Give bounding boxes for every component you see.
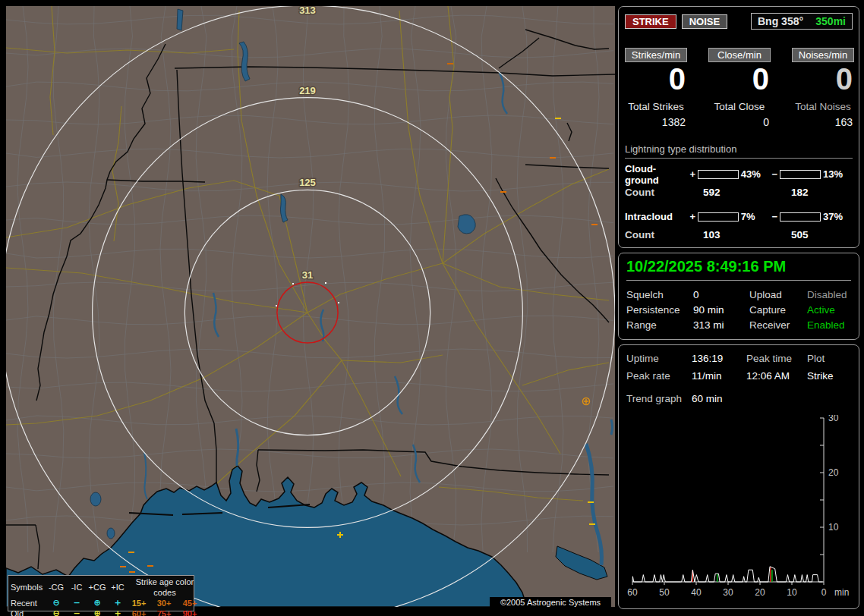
ring-label-219: 219 <box>299 85 316 96</box>
upload-status: Disabled <box>807 288 851 303</box>
squelch-value: 0 <box>693 288 749 303</box>
legend-col-neg-ic: -IC <box>67 582 87 592</box>
recent-pos-ic-icon: + <box>108 598 128 608</box>
range-label: Range <box>626 318 693 333</box>
total-strikes-label: Total Strikes <box>625 101 687 112</box>
cg-count-row: Count 592 182 <box>625 187 853 198</box>
bearing-range-readout: Bng 358° 350mi <box>751 13 853 30</box>
svg-text:min: min <box>834 587 849 598</box>
trend-series-strikes-total <box>632 567 823 582</box>
cg-count-label: Count <box>625 187 703 198</box>
cg-positive-count: 592 <box>703 187 791 198</box>
legend-old-label: Old <box>11 608 46 616</box>
old-neg-ic-icon: − <box>67 608 87 616</box>
svg-text:10: 10 <box>787 587 797 598</box>
stormvue-window: 31125219313 Symbols -CG -IC +CG +IC Stri… <box>0 0 864 616</box>
ring-label-125: 125 <box>299 177 316 188</box>
trend-axes <box>632 418 824 585</box>
close-per-min-value: 0 <box>708 64 771 94</box>
ring-label-313: 313 <box>299 6 316 16</box>
strikes-per-min-button[interactable]: Strikes/min <box>625 48 687 62</box>
ic-positive-count: 103 <box>703 229 791 240</box>
old-neg-cg-icon: ⊖ <box>46 608 67 616</box>
svg-text:40: 40 <box>691 587 702 598</box>
receiver-status: Enabled <box>807 318 851 333</box>
recent-pos-cg-icon: ⊕ <box>87 598 108 608</box>
noises-per-min-button[interactable]: Noises/min <box>792 48 854 62</box>
svg-text:60: 60 <box>627 587 638 598</box>
upload-label: Upload <box>749 288 807 303</box>
trend-window-value: 60 min <box>692 390 746 407</box>
noises-column: Noises/min 0 Total Noises 163 <box>792 48 854 128</box>
peak-rate-label: Peak rate <box>626 367 692 385</box>
range-setting-value: 313 mi <box>693 318 749 333</box>
noise-toggle-button[interactable]: NOISE <box>682 14 727 29</box>
total-noises-value: 163 <box>792 116 854 128</box>
old-pos-ic-icon: + <box>108 608 128 616</box>
minus-sign: − <box>771 168 779 180</box>
strikes-per-min-value: 0 <box>625 64 687 94</box>
cg-positive-bar <box>698 170 739 179</box>
bearing-value: Bng 358° <box>758 15 803 27</box>
persistence-value: 90 min <box>693 303 749 318</box>
recent-neg-cg-icon: ⊖ <box>46 598 67 608</box>
old-pos-cg-icon: ⊕ <box>87 608 108 616</box>
svg-text:30: 30 <box>723 587 733 598</box>
total-strikes-value: 1382 <box>625 116 687 128</box>
noise-dot <box>338 302 339 303</box>
map-canvas: 31125219313 <box>6 6 615 607</box>
svg-text:20: 20 <box>755 587 765 598</box>
peak-time-value: 12:06 AM <box>746 367 807 385</box>
plus-sign: + <box>689 211 697 222</box>
svg-text:30: 30 <box>828 415 839 423</box>
stats-row: Peak rate 11/min 12:06 AM Strike <box>626 367 851 385</box>
noise-dot <box>325 282 326 284</box>
legend-age-title: Strike age color codes <box>128 577 202 598</box>
legend-col-pos-ic: +IC <box>108 582 128 592</box>
cg-negative-pct: 13% <box>823 168 853 180</box>
strike-toggle-button[interactable]: STRIKE <box>625 14 676 29</box>
cloud-ground-row: Cloud-ground + 43% − 13% <box>625 167 853 181</box>
counters-panel: STRIKE NOISE Bng 358° 350mi Strikes/min … <box>618 6 859 248</box>
ic-negative-pct: 37% <box>823 211 853 222</box>
distribution-title: Lightning type distribution <box>625 143 853 159</box>
ic-negative-count: 505 <box>791 229 809 240</box>
total-noises-label: Total Noises <box>792 101 854 112</box>
age-60: 60+ <box>128 608 150 616</box>
stats-row: Trend graph 60 min <box>626 390 851 407</box>
legend-col-pos-cg: +CG <box>87 582 108 592</box>
uptime-value: 136:19 <box>692 350 746 367</box>
legend-symbols-label: Symbols <box>11 582 46 592</box>
age-15: 15+ <box>128 598 150 608</box>
status-row: Range 313 mi Receiver Enabled <box>626 318 851 333</box>
plot-value: Strike <box>807 367 851 385</box>
copyright-text: ©2005 Astrogenic Systems <box>490 597 611 608</box>
symbol-legend: Symbols -CG -IC +CG +IC Strike age color… <box>8 575 194 611</box>
legend-recent-label: Recent <box>11 598 46 608</box>
plot-label: Plot <box>807 350 851 367</box>
close-per-min-button[interactable]: Close/min <box>708 48 771 62</box>
range-value: 350mi <box>815 15 846 27</box>
cg-negative-count: 182 <box>791 187 809 198</box>
persistence-label: Persistence <box>626 303 693 318</box>
lightning-map[interactable]: 31125219313 Symbols -CG -IC +CG +IC Stri… <box>6 6 615 607</box>
plus-sign: + <box>689 168 697 180</box>
noise-dot <box>292 283 294 284</box>
stats-row: Uptime 136:19 Peak time Plot <box>626 350 851 367</box>
total-close-label: Total Close <box>708 101 771 112</box>
status-row: Squelch 0 Upload Disabled <box>626 288 851 303</box>
age-90: 90+ <box>178 608 202 616</box>
cg-negative-bar <box>780 170 821 179</box>
cloud-ground-label: Cloud-ground <box>625 163 689 186</box>
ic-positive-bar <box>698 212 739 222</box>
cg-positive-pct: 43% <box>741 168 771 180</box>
intracloud-label: Intracloud <box>625 211 689 222</box>
peak-time-label: Peak time <box>746 350 807 367</box>
peak-rate-value: 11/min <box>692 367 746 385</box>
status-row: Persistence 90 min Capture Active <box>626 303 851 318</box>
trend-panel: Uptime 136:19 Peak time Plot Peak rate 1… <box>618 344 859 609</box>
total-close-value: 0 <box>708 116 771 128</box>
recent-neg-ic-icon: − <box>67 598 87 608</box>
noise-dot <box>276 305 277 306</box>
ic-negative-bar <box>780 212 821 222</box>
